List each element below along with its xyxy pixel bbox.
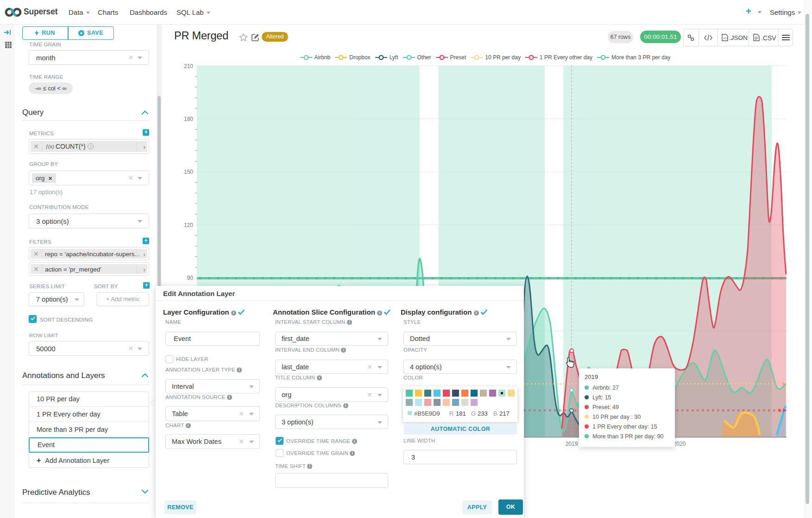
svg-text:90: 90 [187,275,194,281]
svg-text:2019: 2019 [566,441,578,447]
svg-text:120: 120 [184,222,193,228]
svg-text:180: 180 [184,116,193,122]
svg-text:2020: 2020 [674,441,686,447]
svg-text:150: 150 [184,169,193,175]
svg-text:210: 210 [184,63,193,69]
